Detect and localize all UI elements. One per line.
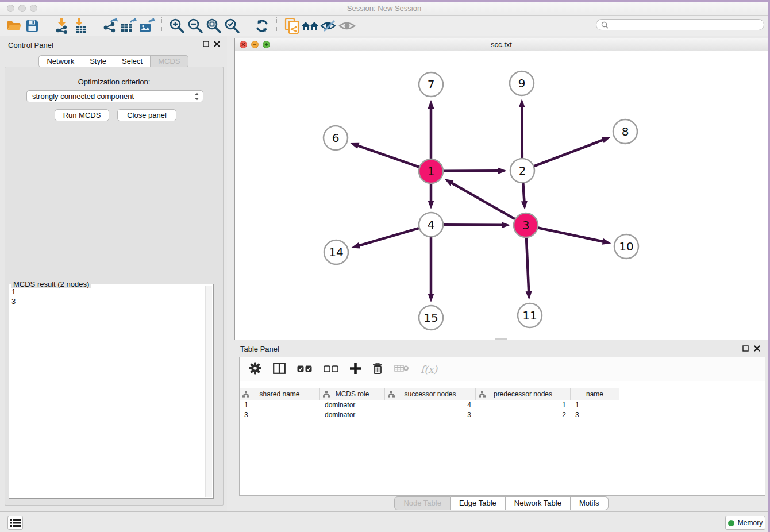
table-row[interactable]: 1dominator411 — [240, 400, 765, 410]
close-panel-icon[interactable] — [214, 41, 220, 47]
network-view-window: ✕ − + scc.txt 7968124314101511 — [234, 38, 768, 340]
save-session-icon[interactable] — [23, 17, 41, 34]
open-session-icon[interactable] — [5, 17, 23, 34]
table-body: 1dominator4113dominator323 — [240, 400, 765, 419]
column-header-predecessor-nodes[interactable]: predecessor nodes — [476, 388, 571, 400]
control-panel: Control Panel Network Style Select MCDS … — [0, 36, 227, 511]
float-panel-icon[interactable] — [203, 41, 209, 47]
app-titlebar: Session: New Session — [0, 2, 768, 16]
deselect-all-icon[interactable] — [324, 364, 338, 375]
tab-style[interactable]: Style — [82, 55, 114, 68]
zoom-out-icon[interactable] — [186, 17, 205, 34]
arrowhead-3-10 — [602, 238, 611, 245]
close-table-panel-icon[interactable] — [754, 345, 760, 352]
table-cell[interactable]: 3 — [240, 411, 320, 419]
table-cell[interactable]: 4 — [385, 401, 476, 409]
export-image-icon[interactable] — [138, 17, 156, 34]
edge-2-9[interactable] — [522, 106, 522, 158]
columns-icon[interactable] — [273, 363, 286, 376]
column-header-successor-nodes[interactable]: successor nodes — [385, 388, 476, 400]
edge-4-14[interactable] — [358, 228, 418, 246]
function-builder-icon: f(x) — [421, 364, 437, 375]
mcds-result-list[interactable]: 1 3 — [11, 287, 204, 496]
table-cell[interactable]: 3 — [385, 411, 476, 419]
network-graph: 7968124314101511 — [235, 51, 768, 340]
toolbar-separator — [47, 17, 48, 34]
edge-2-8[interactable] — [534, 140, 604, 166]
edge-1-6[interactable] — [357, 145, 419, 167]
table-row[interactable]: 3dominator323 — [240, 410, 765, 419]
edge-3-10[interactable] — [538, 228, 604, 242]
search-icon — [601, 21, 609, 29]
select-stepper-icon — [194, 92, 199, 103]
arrowhead-2-8 — [602, 137, 611, 143]
table-tabs: Node Table Edge Table Network Table Moti… — [234, 496, 768, 510]
column-header-name[interactable]: name — [571, 388, 619, 400]
select-all-icon[interactable] — [297, 364, 312, 375]
table-cell[interactable]: 1 — [571, 401, 619, 409]
export-table-icon[interactable] — [120, 17, 138, 34]
import-table-icon[interactable] — [71, 17, 90, 34]
edge-1-2[interactable] — [444, 171, 499, 171]
column-header-shared-name[interactable]: shared name — [240, 388, 320, 400]
canvas-scroll-nub[interactable] — [495, 338, 507, 340]
zoom-in-icon[interactable] — [168, 17, 186, 34]
column-header-MCDS-role[interactable]: MCDS role — [320, 388, 385, 400]
memory-status-icon — [728, 520, 734, 526]
duplicate-network-icon[interactable] — [283, 17, 301, 34]
node-label-8: 8 — [622, 125, 629, 138]
tab-node-table[interactable]: Node Table — [394, 496, 451, 510]
edge-3-1[interactable] — [451, 183, 515, 219]
arrowhead-1-4 — [428, 201, 434, 209]
memory-button[interactable]: Memory — [725, 516, 765, 530]
run-mcds-button[interactable]: Run MCDS — [55, 109, 109, 121]
tab-mcds[interactable]: MCDS — [151, 55, 188, 68]
delete-icon[interactable] — [372, 363, 383, 376]
table-cell[interactable]: dominator — [320, 401, 385, 409]
network-window-titlebar[interactable]: ✕ − + scc.txt — [235, 38, 768, 51]
tab-edge-table[interactable]: Edge Table — [451, 496, 506, 510]
tab-network-table[interactable]: Network Table — [506, 496, 571, 510]
arrowhead-3-11 — [526, 291, 532, 300]
refresh-icon[interactable] — [253, 17, 271, 34]
tab-motifs[interactable]: Motifs — [571, 496, 609, 510]
criterion-value: strongly connected component — [32, 92, 134, 101]
node-label-6: 6 — [332, 131, 340, 145]
import-network-icon[interactable] — [53, 17, 71, 34]
show-log-button[interactable] — [7, 516, 23, 530]
arrowhead-4-14 — [351, 242, 360, 249]
first-neighbors-icon[interactable] — [301, 17, 319, 34]
edge-2-3[interactable] — [523, 183, 524, 202]
tab-select[interactable]: Select — [114, 55, 151, 68]
table-cell[interactable]: dominator — [320, 411, 385, 419]
edge-3-11[interactable] — [526, 238, 529, 292]
edge-4-3[interactable] — [444, 225, 503, 225]
zoom-fit-icon[interactable] — [205, 17, 223, 34]
export-network-icon[interactable] — [101, 17, 120, 34]
delete-table-icon — [394, 364, 409, 375]
close-panel-button[interactable]: Close panel — [117, 109, 176, 121]
add-icon[interactable] — [350, 363, 361, 376]
table-toolbar: f(x) — [240, 357, 765, 381]
node-label-3: 3 — [522, 218, 530, 232]
node-label-7: 7 — [428, 78, 435, 91]
app-title: Session: New Session — [0, 4, 768, 13]
toolbar-separator — [161, 17, 163, 34]
arrowhead-1-6 — [350, 143, 359, 149]
gear-icon[interactable] — [249, 362, 261, 377]
toolbar-separator — [247, 17, 248, 34]
criterion-select[interactable]: strongly connected component — [26, 90, 203, 102]
table-cell[interactable]: 1 — [476, 401, 571, 409]
mcds-result-box: MCDS result (2 nodes) 1 3 — [9, 284, 214, 499]
search-input[interactable] — [596, 19, 764, 30]
arrowhead-2-3 — [521, 201, 528, 210]
table-cell[interactable]: 2 — [476, 411, 571, 419]
hide-selected-icon[interactable] — [319, 17, 338, 34]
table-cell[interactable]: 3 — [571, 411, 619, 419]
result-scrollbar[interactable] — [205, 286, 212, 497]
table-cell[interactable]: 1 — [240, 401, 320, 409]
tab-network[interactable]: Network — [38, 55, 82, 68]
float-table-panel-icon[interactable] — [742, 345, 749, 352]
network-canvas[interactable]: 7968124314101511 — [235, 51, 768, 340]
zoom-selected-icon[interactable] — [223, 17, 241, 34]
